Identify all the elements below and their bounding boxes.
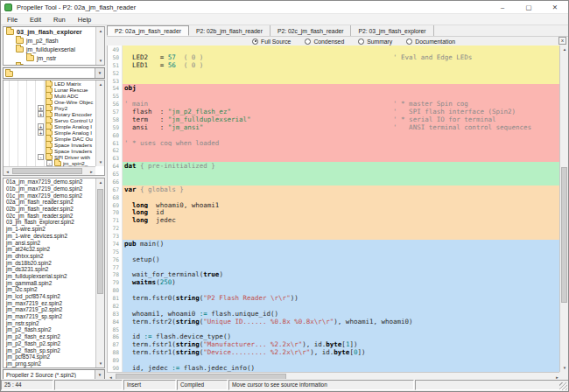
file-list-item[interactable]: jm_i2c.spin2 xyxy=(4,286,95,293)
file-list-item[interactable]: 01c_jm_max7219_demo.spin2 xyxy=(4,192,95,199)
code-line[interactable]: 76 setup() xyxy=(108,256,561,263)
expand-toggle-icon[interactable]: + xyxy=(38,111,44,117)
close-button[interactable]: ✕ xyxy=(542,1,568,13)
maximize-button[interactable]: ▢ xyxy=(516,1,542,13)
file-list-item[interactable]: jm_1-wire_devices.spin2 xyxy=(4,233,95,240)
code-line[interactable]: 88 term.fstr1(string("Device......... %2… xyxy=(108,348,561,356)
expand-toggle-icon[interactable]: + xyxy=(38,123,44,130)
code-line[interactable]: 79 waitms(250) xyxy=(108,278,561,286)
file-list-item[interactable]: jm_ds18b20.spin2 xyxy=(4,259,95,266)
project-tree-item[interactable]: 03_jm_flash_explorer xyxy=(4,27,95,36)
file-list-item[interactable]: jm_1-wire.spin2 xyxy=(4,226,95,233)
file-list-item[interactable]: jm_ansi.spin2 xyxy=(4,239,95,246)
code-line[interactable]: 82 xyxy=(108,302,561,310)
menu-item[interactable]: File xyxy=(1,16,24,24)
file-list-item[interactable]: 02b_jm_flash_reader.spin2 xyxy=(4,206,95,213)
code-line[interactable]: 83 whoami1, whoami0 := flash.unique_id() xyxy=(108,310,561,318)
code-line[interactable]: 78 wait_for_terminal(true) xyxy=(108,270,561,278)
code-line[interactable]: 71 long jedec xyxy=(108,216,561,224)
code-line[interactable]: 72 xyxy=(108,224,561,232)
code-line[interactable]: 75 xyxy=(108,248,561,256)
minimize-button[interactable]: – xyxy=(489,1,516,13)
file-list-item[interactable]: 03_jm_flash_explorer.spin2 xyxy=(4,219,95,226)
expand-toggle-icon[interactable]: + xyxy=(38,105,44,111)
code-line[interactable]: 58 term : "jm_fullduplexserial" ' * seri… xyxy=(108,116,561,123)
editor-vscrollbar[interactable]: ▲ ▼ xyxy=(559,46,568,372)
file-list-item[interactable]: jm_at24c32.spin2 xyxy=(4,246,95,253)
resize-grip[interactable] xyxy=(559,382,567,390)
folder-path-combo[interactable]: ▼ xyxy=(3,67,105,79)
code-line[interactable]: 57 flash : "jm_p2_flash_ez" ' SPI flash … xyxy=(108,108,561,116)
editor-tab[interactable]: P2: 02c_jm_flash_reader xyxy=(270,25,352,36)
code-line[interactable]: 70 long id xyxy=(108,208,561,216)
file-list-item[interactable]: jm_dhtxx.spin2 xyxy=(4,253,95,260)
file-list-item[interactable]: jm_lcd_pcf8574.spin2 xyxy=(4,293,95,300)
editor-tab[interactable]: P2: 02a_jm_flash_reader xyxy=(107,25,189,36)
code-line[interactable]: 87 term.fstr1(string("Manufacturer... %2… xyxy=(108,340,561,348)
folder-tree-item[interactable]: - jm_spin2_ xyxy=(4,160,95,166)
folder-tree-item[interactable]: - SPI Driver with xyxy=(4,154,95,160)
code-line[interactable]: 86 id := flash.device_type() xyxy=(108,332,561,340)
file-list-item[interactable]: jm_gamma8.spin2 xyxy=(4,279,95,286)
file-list-item[interactable]: 01a_jm_max7219_demo.spin2 xyxy=(4,178,95,186)
code-line[interactable]: 81 term.fstr0(string("P2 Flash Reader \r… xyxy=(108,294,561,302)
file-list-item[interactable]: jm_p2_flash.spin2 xyxy=(4,326,95,333)
radio-icon[interactable] xyxy=(305,38,311,45)
code-line[interactable]: 65 xyxy=(108,170,561,178)
file-list-item[interactable]: jm_max7219_sp.spin2 xyxy=(4,313,95,320)
scroll-up-icon[interactable]: ▲ xyxy=(96,27,105,35)
code-line[interactable]: 49 xyxy=(108,46,561,53)
scroll-up-icon[interactable]: ▲ xyxy=(96,80,105,88)
code-line[interactable]: 60 xyxy=(108,131,561,139)
code-line[interactable]: 50 LED2 = 57 ( 0 ) ' Eval and Edge LEDs xyxy=(108,53,561,61)
code-line[interactable]: 67var { globals } xyxy=(108,186,561,193)
code-line[interactable]: 80 xyxy=(108,286,561,294)
project-tree-item[interactable]: jm_ansi xyxy=(4,62,95,65)
code-line[interactable]: 64dat { pre-initialized } xyxy=(108,162,561,170)
file-list-item[interactable]: jm_max7219_ez.spin2 xyxy=(4,299,95,306)
scroll-down-icon[interactable]: ▼ xyxy=(96,158,105,166)
project-tree-item[interactable]: jm_fullduplexserial xyxy=(4,45,95,53)
scrollbar-thumb[interactable] xyxy=(97,189,103,294)
view-mode-radio[interactable]: Documentation xyxy=(406,38,455,45)
expand-toggle-icon[interactable]: - xyxy=(38,154,44,160)
code-line[interactable]: 84 term.fstr2(string("Unique ID...... %0… xyxy=(108,318,561,326)
folder-tree-vscrollbar[interactable]: ▲ ▼ xyxy=(95,80,104,166)
view-mode-radio[interactable]: Full Source xyxy=(252,38,291,45)
expand-toggle-icon[interactable]: + xyxy=(38,130,44,136)
scroll-left-icon[interactable]: ◄ xyxy=(4,167,11,176)
scrollbar-thumb[interactable] xyxy=(12,168,82,174)
file-list-item[interactable]: jm_p2_flash_p2.spin2 xyxy=(4,340,95,347)
editor-tab[interactable]: P2: 02b_jm_flash_reader xyxy=(189,25,270,36)
file-list-item[interactable]: jm_max7219_p2.spin2 xyxy=(4,306,95,313)
code-line[interactable]: 51 LED1 = 56 ( 0 ) xyxy=(108,61,561,69)
scroll-right-icon[interactable]: ► xyxy=(88,167,95,176)
folder-tree-hscrollbar[interactable]: ◄ ► xyxy=(4,166,95,175)
editor-tab[interactable]: P2: 03_jm_flash_explorer xyxy=(351,25,433,36)
code-line[interactable]: 68 xyxy=(108,193,561,201)
file-list-item[interactable]: jm_p2_flash_ez.spin2 xyxy=(4,333,95,340)
file-list-item[interactable]: jm_ds3231.spin2 xyxy=(4,266,95,273)
project-tree-item[interactable]: jm_nstr xyxy=(4,53,95,62)
code-line[interactable]: 55 xyxy=(108,92,561,100)
code-line[interactable]: 73 xyxy=(108,232,561,240)
scroll-down-icon[interactable]: ▼ xyxy=(96,360,105,368)
code-line[interactable]: 53 xyxy=(108,77,561,85)
view-mode-radio[interactable]: Condensed xyxy=(305,38,344,45)
file-list-item[interactable]: 02a_jm_flash_reader.spin2 xyxy=(4,199,95,206)
code-line[interactable]: 61' * uses cog when loaded xyxy=(108,139,561,147)
code-line[interactable]: 85 xyxy=(108,326,561,333)
close-pane-icon[interactable]: x xyxy=(558,37,566,45)
view-mode-radio[interactable]: Summary xyxy=(358,38,392,45)
file-list-scrollbar[interactable]: ▲ ▼ xyxy=(95,178,104,368)
scroll-down-icon[interactable]: ▼ xyxy=(96,57,105,65)
code-line[interactable]: 74pub main() xyxy=(108,240,561,248)
code-line[interactable]: 62 xyxy=(108,146,561,154)
code-editor[interactable]: 4950 LED2 = 57 ( 0 ) ' Eval and Edge LED… xyxy=(107,46,561,372)
scroll-up-icon[interactable]: ▲ xyxy=(560,46,569,53)
menu-item[interactable]: Help xyxy=(72,16,97,24)
radio-icon[interactable] xyxy=(252,38,258,45)
file-list-item[interactable]: jm_fullduplexserial.spin2 xyxy=(4,273,95,280)
file-list-item[interactable]: 01b_jm_max7219_demo.spin2 xyxy=(4,186,95,192)
dropdown-icon[interactable]: ▼ xyxy=(95,68,104,78)
